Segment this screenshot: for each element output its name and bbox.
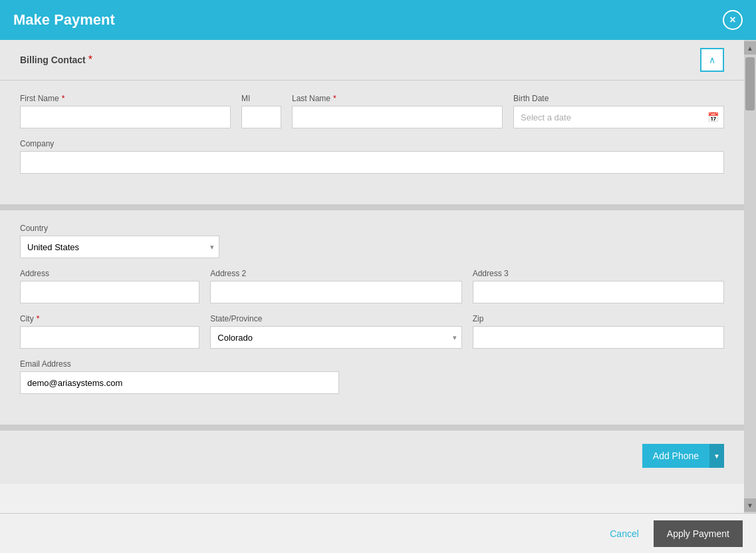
company-label: Company [20,139,724,148]
mi-group: MI [241,94,281,128]
country-row: Country United States Canada Mexico Unit… [20,224,724,258]
address1-input[interactable] [20,281,199,303]
zip-label: Zip [473,314,724,323]
state-select-wrapper: Alabama Alaska Arizona Arkansas Californ… [210,326,461,349]
address3-label: Address 3 [473,269,724,278]
add-phone-label: Add Phone [653,451,699,461]
content-area: Billing Contact* ∧ First Name* MI [0,40,744,513]
city-input[interactable] [20,326,199,349]
add-phone-button[interactable]: Add Phone ▼ [642,444,724,468]
address-row: Address Address 2 Address 3 [20,269,724,303]
address-body: Country United States Canada Mexico Unit… [0,210,744,425]
scroll-down-button[interactable]: ▼ [744,498,756,512]
zip-group: Zip [473,314,724,349]
email-label: Email Address [20,359,339,369]
state-group: State/Province Alabama Alaska Arizona Ar… [210,314,461,349]
section-divider-2 [0,425,744,431]
scroll-thumb[interactable] [745,57,755,110]
email-row: Email Address [20,359,724,394]
company-input[interactable] [20,151,724,174]
close-button[interactable]: × [723,10,743,30]
address2-label: Address 2 [210,269,461,278]
email-input[interactable] [20,371,339,394]
birthdate-wrapper: 📅 [513,106,724,128]
modal-header: Make Payment × [0,0,756,40]
billing-contact-required: * [88,54,92,65]
first-name-label: First Name* [20,94,231,103]
city-state-zip-row: City* State/Province Alabama Alaska Ariz… [20,314,724,349]
last-name-group: Last Name* [292,94,503,128]
first-name-group: First Name* [20,94,231,128]
first-name-input[interactable] [20,106,231,128]
address1-group: Address [20,269,199,303]
address3-input[interactable] [473,281,724,303]
billing-contact-header: Billing Contact* ∧ [0,40,744,81]
modal-title: Make Payment [13,11,115,29]
mi-input[interactable] [241,106,281,128]
country-select[interactable]: United States Canada Mexico United Kingd… [20,236,219,258]
company-group: Company [20,139,724,174]
cancel-button[interactable]: Cancel [602,524,647,543]
last-name-input[interactable] [292,106,503,128]
collapse-button[interactable]: ∧ [700,48,724,72]
billing-contact-section: Billing Contact* ∧ First Name* MI [0,40,744,205]
apply-payment-button[interactable]: Apply Payment [654,520,743,547]
billing-contact-body: First Name* MI Last Name* [0,81,744,204]
state-select[interactable]: Alabama Alaska Arizona Arkansas Californ… [210,326,461,349]
section-divider-1 [0,205,744,210]
add-phone-dropdown-icon: ▼ [709,444,724,468]
birth-date-input[interactable] [513,106,724,128]
country-label: Country [20,224,219,233]
address2-group: Address 2 [210,269,461,303]
country-group: Country United States Canada Mexico Unit… [20,224,219,258]
billing-contact-title: Billing Contact [20,55,86,65]
address3-group: Address 3 [473,269,724,303]
modal-footer: Cancel Apply Payment [0,513,756,553]
scrollbar-track: ▲ ▼ [744,40,756,513]
city-group: City* [20,314,199,349]
zip-input[interactable] [473,326,724,349]
modal-body: Billing Contact* ∧ First Name* MI [0,40,756,513]
city-label: City* [20,314,199,323]
name-row: First Name* MI Last Name* [20,94,724,128]
company-row: Company [20,139,724,174]
section-title-group: Billing Contact* [20,54,92,66]
email-group: Email Address [20,359,339,394]
address1-label: Address [20,269,199,278]
birth-date-group: Birth Date 📅 [513,94,724,128]
address-section: Country United States Canada Mexico Unit… [0,210,744,425]
state-label: State/Province [210,314,461,323]
address2-input[interactable] [210,281,461,303]
scroll-up-button[interactable]: ▲ [744,41,756,55]
mi-label: MI [241,94,281,103]
last-name-label: Last Name* [292,94,503,103]
phone-section: Add Phone ▼ [0,431,744,484]
birth-date-label: Birth Date [513,94,724,103]
country-select-wrapper: United States Canada Mexico United Kingd… [20,236,219,258]
